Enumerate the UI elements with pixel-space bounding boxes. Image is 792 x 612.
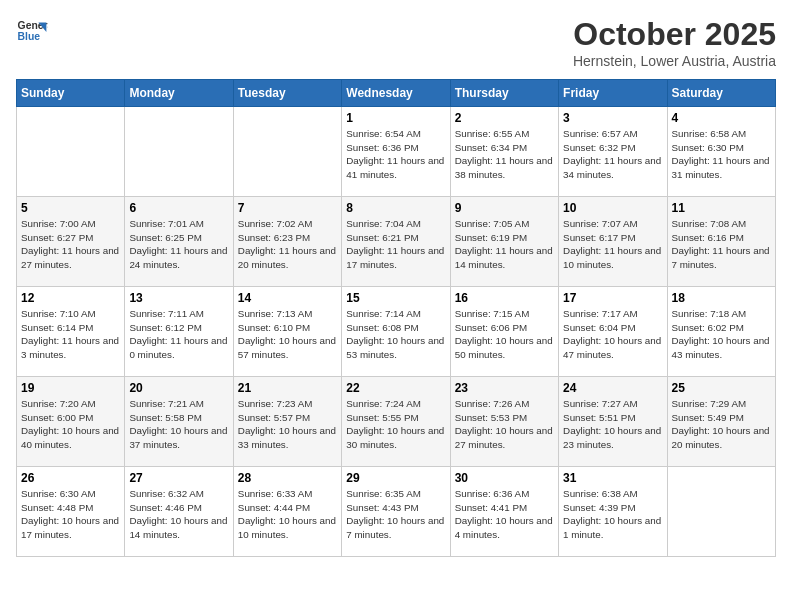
day-number: 13 xyxy=(129,291,228,305)
weekday-header: Wednesday xyxy=(342,80,450,107)
calendar-cell: 5Sunrise: 7:00 AM Sunset: 6:27 PM Daylig… xyxy=(17,197,125,287)
calendar-cell: 10Sunrise: 7:07 AM Sunset: 6:17 PM Dayli… xyxy=(559,197,667,287)
calendar-cell: 12Sunrise: 7:10 AM Sunset: 6:14 PM Dayli… xyxy=(17,287,125,377)
calendar-cell: 29Sunrise: 6:35 AM Sunset: 4:43 PM Dayli… xyxy=(342,467,450,557)
day-info: Sunrise: 7:23 AM Sunset: 5:57 PM Dayligh… xyxy=(238,397,337,452)
day-info: Sunrise: 7:17 AM Sunset: 6:04 PM Dayligh… xyxy=(563,307,662,362)
day-info: Sunrise: 6:58 AM Sunset: 6:30 PM Dayligh… xyxy=(672,127,771,182)
day-info: Sunrise: 6:35 AM Sunset: 4:43 PM Dayligh… xyxy=(346,487,445,542)
day-number: 31 xyxy=(563,471,662,485)
day-info: Sunrise: 7:11 AM Sunset: 6:12 PM Dayligh… xyxy=(129,307,228,362)
day-number: 2 xyxy=(455,111,554,125)
day-info: Sunrise: 7:21 AM Sunset: 5:58 PM Dayligh… xyxy=(129,397,228,452)
calendar-cell: 3Sunrise: 6:57 AM Sunset: 6:32 PM Daylig… xyxy=(559,107,667,197)
day-info: Sunrise: 7:08 AM Sunset: 6:16 PM Dayligh… xyxy=(672,217,771,272)
day-info: Sunrise: 7:01 AM Sunset: 6:25 PM Dayligh… xyxy=(129,217,228,272)
calendar-week-row: 12Sunrise: 7:10 AM Sunset: 6:14 PM Dayli… xyxy=(17,287,776,377)
calendar-cell: 26Sunrise: 6:30 AM Sunset: 4:48 PM Dayli… xyxy=(17,467,125,557)
day-info: Sunrise: 6:33 AM Sunset: 4:44 PM Dayligh… xyxy=(238,487,337,542)
weekday-header: Thursday xyxy=(450,80,558,107)
day-number: 26 xyxy=(21,471,120,485)
calendar-cell xyxy=(233,107,341,197)
day-number: 3 xyxy=(563,111,662,125)
title-block: October 2025 Hernstein, Lower Austria, A… xyxy=(573,16,776,69)
day-number: 10 xyxy=(563,201,662,215)
calendar-cell: 4Sunrise: 6:58 AM Sunset: 6:30 PM Daylig… xyxy=(667,107,775,197)
calendar-cell: 27Sunrise: 6:32 AM Sunset: 4:46 PM Dayli… xyxy=(125,467,233,557)
calendar-cell: 21Sunrise: 7:23 AM Sunset: 5:57 PM Dayli… xyxy=(233,377,341,467)
weekday-header: Saturday xyxy=(667,80,775,107)
day-number: 7 xyxy=(238,201,337,215)
day-info: Sunrise: 6:54 AM Sunset: 6:36 PM Dayligh… xyxy=(346,127,445,182)
calendar-week-row: 1Sunrise: 6:54 AM Sunset: 6:36 PM Daylig… xyxy=(17,107,776,197)
day-info: Sunrise: 7:27 AM Sunset: 5:51 PM Dayligh… xyxy=(563,397,662,452)
calendar-cell: 23Sunrise: 7:26 AM Sunset: 5:53 PM Dayli… xyxy=(450,377,558,467)
day-info: Sunrise: 7:20 AM Sunset: 6:00 PM Dayligh… xyxy=(21,397,120,452)
weekday-header-row: SundayMondayTuesdayWednesdayThursdayFrid… xyxy=(17,80,776,107)
calendar-cell: 13Sunrise: 7:11 AM Sunset: 6:12 PM Dayli… xyxy=(125,287,233,377)
day-info: Sunrise: 6:38 AM Sunset: 4:39 PM Dayligh… xyxy=(563,487,662,542)
calendar-cell: 1Sunrise: 6:54 AM Sunset: 6:36 PM Daylig… xyxy=(342,107,450,197)
day-number: 20 xyxy=(129,381,228,395)
day-number: 25 xyxy=(672,381,771,395)
calendar-week-row: 19Sunrise: 7:20 AM Sunset: 6:00 PM Dayli… xyxy=(17,377,776,467)
day-number: 14 xyxy=(238,291,337,305)
calendar-cell: 28Sunrise: 6:33 AM Sunset: 4:44 PM Dayli… xyxy=(233,467,341,557)
day-number: 27 xyxy=(129,471,228,485)
day-number: 22 xyxy=(346,381,445,395)
day-info: Sunrise: 6:36 AM Sunset: 4:41 PM Dayligh… xyxy=(455,487,554,542)
calendar-cell: 11Sunrise: 7:08 AM Sunset: 6:16 PM Dayli… xyxy=(667,197,775,287)
calendar-cell: 14Sunrise: 7:13 AM Sunset: 6:10 PM Dayli… xyxy=(233,287,341,377)
day-info: Sunrise: 7:02 AM Sunset: 6:23 PM Dayligh… xyxy=(238,217,337,272)
calendar-cell xyxy=(17,107,125,197)
day-number: 4 xyxy=(672,111,771,125)
day-number: 18 xyxy=(672,291,771,305)
calendar-cell: 8Sunrise: 7:04 AM Sunset: 6:21 PM Daylig… xyxy=(342,197,450,287)
calendar-cell: 24Sunrise: 7:27 AM Sunset: 5:51 PM Dayli… xyxy=(559,377,667,467)
calendar-table: SundayMondayTuesdayWednesdayThursdayFrid… xyxy=(16,79,776,557)
weekday-header: Friday xyxy=(559,80,667,107)
calendar-cell xyxy=(125,107,233,197)
day-number: 16 xyxy=(455,291,554,305)
day-info: Sunrise: 7:26 AM Sunset: 5:53 PM Dayligh… xyxy=(455,397,554,452)
day-number: 17 xyxy=(563,291,662,305)
month-title: October 2025 xyxy=(573,16,776,53)
calendar-cell xyxy=(667,467,775,557)
day-info: Sunrise: 6:55 AM Sunset: 6:34 PM Dayligh… xyxy=(455,127,554,182)
day-info: Sunrise: 7:15 AM Sunset: 6:06 PM Dayligh… xyxy=(455,307,554,362)
day-info: Sunrise: 7:14 AM Sunset: 6:08 PM Dayligh… xyxy=(346,307,445,362)
svg-text:Blue: Blue xyxy=(18,31,41,42)
calendar-cell: 30Sunrise: 6:36 AM Sunset: 4:41 PM Dayli… xyxy=(450,467,558,557)
day-info: Sunrise: 7:10 AM Sunset: 6:14 PM Dayligh… xyxy=(21,307,120,362)
day-info: Sunrise: 6:57 AM Sunset: 6:32 PM Dayligh… xyxy=(563,127,662,182)
day-info: Sunrise: 7:18 AM Sunset: 6:02 PM Dayligh… xyxy=(672,307,771,362)
calendar-cell: 18Sunrise: 7:18 AM Sunset: 6:02 PM Dayli… xyxy=(667,287,775,377)
calendar-cell: 6Sunrise: 7:01 AM Sunset: 6:25 PM Daylig… xyxy=(125,197,233,287)
day-number: 24 xyxy=(563,381,662,395)
calendar-cell: 17Sunrise: 7:17 AM Sunset: 6:04 PM Dayli… xyxy=(559,287,667,377)
day-number: 21 xyxy=(238,381,337,395)
day-info: Sunrise: 7:29 AM Sunset: 5:49 PM Dayligh… xyxy=(672,397,771,452)
location: Hernstein, Lower Austria, Austria xyxy=(573,53,776,69)
day-number: 9 xyxy=(455,201,554,215)
calendar-cell: 22Sunrise: 7:24 AM Sunset: 5:55 PM Dayli… xyxy=(342,377,450,467)
day-number: 29 xyxy=(346,471,445,485)
day-number: 5 xyxy=(21,201,120,215)
day-info: Sunrise: 7:24 AM Sunset: 5:55 PM Dayligh… xyxy=(346,397,445,452)
day-number: 30 xyxy=(455,471,554,485)
day-info: Sunrise: 7:05 AM Sunset: 6:19 PM Dayligh… xyxy=(455,217,554,272)
calendar-cell: 9Sunrise: 7:05 AM Sunset: 6:19 PM Daylig… xyxy=(450,197,558,287)
day-number: 28 xyxy=(238,471,337,485)
logo: General Blue xyxy=(16,16,48,48)
day-number: 23 xyxy=(455,381,554,395)
calendar-cell: 19Sunrise: 7:20 AM Sunset: 6:00 PM Dayli… xyxy=(17,377,125,467)
day-number: 11 xyxy=(672,201,771,215)
day-number: 12 xyxy=(21,291,120,305)
day-number: 19 xyxy=(21,381,120,395)
weekday-header: Sunday xyxy=(17,80,125,107)
calendar-week-row: 26Sunrise: 6:30 AM Sunset: 4:48 PM Dayli… xyxy=(17,467,776,557)
calendar-cell: 31Sunrise: 6:38 AM Sunset: 4:39 PM Dayli… xyxy=(559,467,667,557)
weekday-header: Tuesday xyxy=(233,80,341,107)
day-number: 15 xyxy=(346,291,445,305)
day-info: Sunrise: 6:30 AM Sunset: 4:48 PM Dayligh… xyxy=(21,487,120,542)
